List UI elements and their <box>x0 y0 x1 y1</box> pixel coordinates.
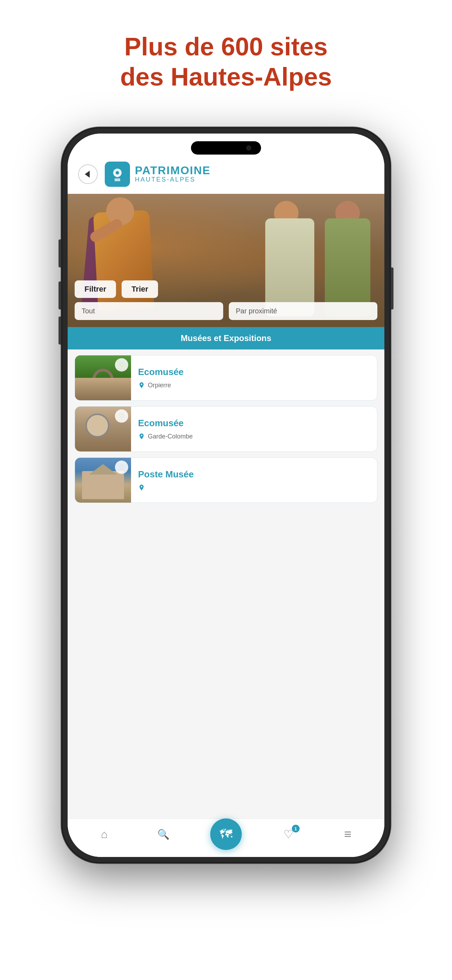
location-pin-icon-1 <box>138 382 145 389</box>
logo-subtitle: HAUTES-ALPES <box>135 176 210 183</box>
bottom-nav: ⌂ 🔍 🗺 ♡ 1 ≡ <box>68 818 384 857</box>
dynamic-island <box>191 141 261 154</box>
favorite-button-3[interactable]: ♡ <box>115 461 128 474</box>
logo-icon <box>105 162 130 187</box>
camera-dot <box>246 145 251 150</box>
app-content: PATRIMOINE HAUTES-ALPES <box>68 134 384 857</box>
menu-icon: ≡ <box>344 827 352 842</box>
card-image-ecomusee2: ♡ <box>75 407 131 452</box>
back-button[interactable] <box>78 164 98 184</box>
nav-map-button[interactable]: 🗺 <box>210 818 242 850</box>
card-city-2: Garde-Colombe <box>148 433 193 440</box>
nav-search[interactable]: 🔍 <box>151 822 175 846</box>
favorites-badge: 1 <box>292 825 299 832</box>
search-row: Tout Par proximité <box>75 302 377 320</box>
search-input-proximity[interactable]: Par proximité <box>229 302 377 320</box>
location-pin-icon-3 <box>138 484 145 491</box>
card-location-1: Orpierre <box>138 382 370 389</box>
nav-menu[interactable]: ≡ <box>336 822 360 846</box>
location-pin-icon-2 <box>138 433 145 440</box>
phone-device: PATRIMOINE HAUTES-ALPES <box>61 127 391 863</box>
logo-name: PATRIMOINE <box>135 165 210 176</box>
search-input-all[interactable]: Tout <box>75 302 223 320</box>
category-label: Musées et Expositions <box>181 333 272 343</box>
svg-point-1 <box>116 171 119 175</box>
card-image-poste: ♡ <box>75 458 131 503</box>
cards-list: ♡ Ecomusée Orpierre <box>68 350 384 857</box>
nav-favorites[interactable]: ♡ 1 <box>277 822 301 846</box>
card-location-3 <box>138 484 370 491</box>
site-card-3: ♡ Poste Musée <box>75 457 377 503</box>
card-location-2: Garde-Colombe <box>138 433 370 440</box>
logo-text: PATRIMOINE HAUTES-ALPES <box>135 165 210 183</box>
card-title-2: Ecomusée <box>138 418 370 429</box>
filter-row: Filtrer Trier <box>75 280 377 298</box>
card-image-ecomusee1: ♡ <box>75 355 131 400</box>
phone-screen: PATRIMOINE HAUTES-ALPES <box>68 134 384 857</box>
card-title-3: Poste Musée <box>138 469 370 480</box>
card-city-1: Orpierre <box>148 382 171 389</box>
map-icon: 🗺 <box>220 827 232 842</box>
card-info-2: Ecomusée Garde-Colombe <box>131 407 377 452</box>
card-info-3: Poste Musée <box>131 458 377 503</box>
card-title-1: Ecomusée <box>138 367 370 377</box>
search-icon: 🔍 <box>157 829 170 840</box>
logo-area: PATRIMOINE HAUTES-ALPES <box>105 162 210 187</box>
heart-icon-3: ♡ <box>119 463 124 471</box>
favorite-button-1[interactable]: ♡ <box>115 358 128 372</box>
patrimoine-logo-svg <box>109 166 126 183</box>
card-info-1: Ecomusée Orpierre <box>131 355 377 400</box>
back-icon <box>85 171 90 178</box>
nav-home[interactable]: ⌂ <box>92 822 116 846</box>
home-icon: ⌂ <box>101 828 108 841</box>
sort-button[interactable]: Trier <box>122 280 158 298</box>
heart-icon-2: ♡ <box>119 412 124 420</box>
filter-button[interactable]: Filtrer <box>75 280 116 298</box>
hero-controls: Filtrer Trier Tout Par proximité <box>75 280 377 320</box>
arch-decoration <box>92 369 113 397</box>
site-card: ♡ Ecomusée Orpierre <box>75 355 377 401</box>
hero-image: Filtrer Trier Tout Par proximité <box>68 194 384 327</box>
category-bar: Musées et Expositions <box>68 327 384 350</box>
site-card-2: ♡ Ecomusée Garde-Colombe <box>75 406 377 452</box>
heart-icon-1: ♡ <box>119 361 124 369</box>
page-title: Plus de 600 sites des Hautes-Alpes <box>103 32 349 92</box>
favorite-button-2[interactable]: ♡ <box>115 409 128 423</box>
